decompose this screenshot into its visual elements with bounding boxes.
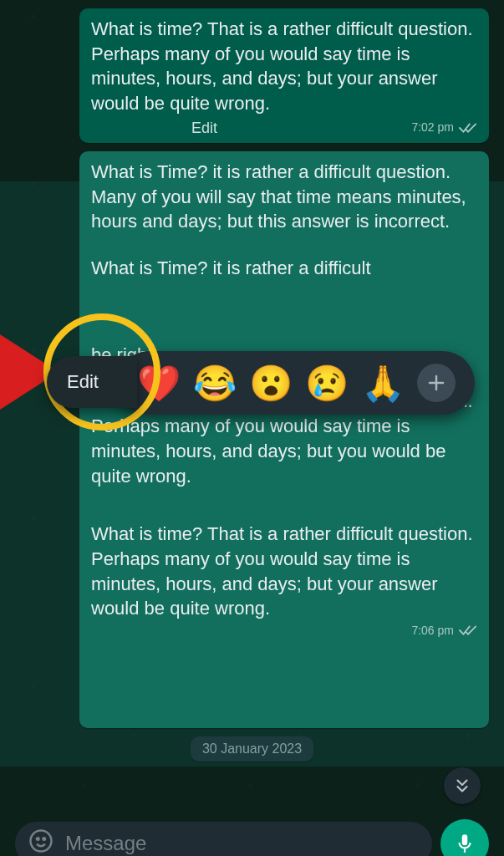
edit-button[interactable]: Edit bbox=[47, 356, 137, 408]
edited-label: Edit bbox=[191, 118, 217, 138]
reaction-laugh-icon[interactable]: 😂 bbox=[193, 363, 237, 404]
reaction-wow-icon[interactable]: 😮 bbox=[249, 363, 293, 404]
message-time: 7:02 pm bbox=[411, 120, 454, 135]
message-text: What is Time? it is rather a difficult bbox=[91, 256, 477, 281]
message-meta: Edit 7:02 pm bbox=[91, 118, 477, 138]
svg-point-0 bbox=[31, 831, 52, 852]
message-input-bar: Message bbox=[15, 819, 489, 856]
double-check-icon bbox=[459, 624, 477, 636]
reaction-plus-icon[interactable] bbox=[417, 364, 456, 402]
date-separator: 30 January 2023 bbox=[191, 736, 313, 762]
svg-rect-3 bbox=[464, 849, 466, 853]
reaction-bar: ❤️ 😂 😮 😢 🙏 bbox=[117, 351, 475, 415]
mic-button[interactable] bbox=[440, 819, 489, 856]
message-text: What is time? That is a rather difficult… bbox=[91, 522, 477, 621]
reaction-heart-icon[interactable]: ❤️ bbox=[137, 363, 181, 404]
message-meta: 7:06 pm bbox=[91, 623, 477, 639]
double-check-icon bbox=[459, 122, 477, 134]
message-input[interactable]: Message bbox=[15, 822, 432, 856]
message-text: What is Time? it is rather a difficult q… bbox=[91, 160, 477, 234]
message-text: What is time? That is a rather difficult… bbox=[91, 17, 477, 116]
reaction-pray-icon[interactable]: 🙏 bbox=[361, 363, 405, 404]
message-time: 7:06 pm bbox=[411, 623, 454, 639]
chat-screen: What is time? That is a rather difficult… bbox=[0, 0, 504, 856]
message-placeholder: Message bbox=[65, 832, 146, 855]
reaction-sad-icon[interactable]: 😢 bbox=[305, 363, 349, 404]
emoji-icon[interactable] bbox=[28, 828, 53, 856]
svg-point-2 bbox=[43, 838, 46, 840]
scroll-to-bottom-button[interactable] bbox=[444, 767, 481, 804]
message-bubble-1[interactable]: What is time? That is a rather difficult… bbox=[79, 8, 489, 143]
svg-point-1 bbox=[37, 838, 39, 840]
message-bubble-2[interactable]: What is Time? it is rather a difficult q… bbox=[79, 151, 489, 728]
